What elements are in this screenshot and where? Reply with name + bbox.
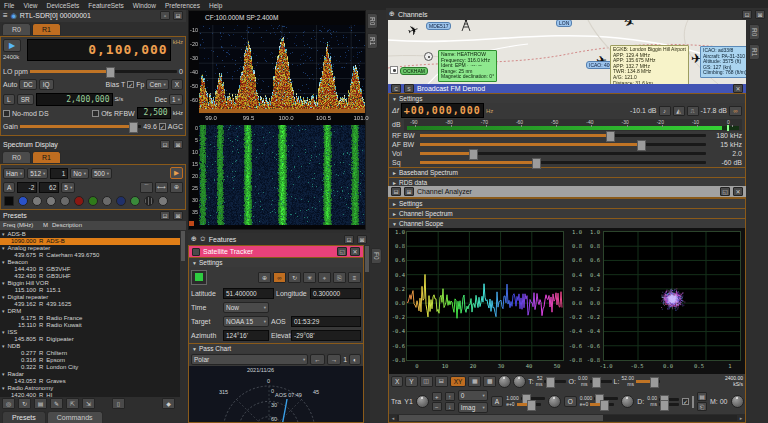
ca-settings-section[interactable]: ►Settings (389, 198, 745, 208)
start-tracker-button[interactable] (191, 270, 207, 285)
nomod-checkbox[interactable] (3, 110, 10, 117)
lo-ppm-slider[interactable] (30, 70, 177, 73)
presets-list[interactable]: ▾ADS-B1090.000RADS-B▾Analog repeater439.… (0, 230, 180, 397)
offset-button[interactable]: O (564, 396, 577, 407)
ofs-checkbox[interactable] (92, 110, 99, 117)
offset-slider[interactable] (590, 380, 612, 383)
preset-group[interactable]: ▾Digital repeater (0, 294, 180, 301)
slider-handle[interactable] (637, 140, 646, 151)
vol-slider[interactable] (420, 152, 706, 155)
averaging-stepper[interactable]: 1 (50, 168, 68, 179)
grid-button[interactable] (144, 196, 154, 206)
menu-item-window[interactable]: Window (133, 2, 156, 9)
audio-speaker-icon[interactable]: ♪ (659, 106, 671, 116)
file-icon[interactable]: ⎘ (333, 272, 346, 283)
menu-item-view[interactable]: View (23, 2, 37, 9)
preset-group[interactable]: ▾Radio Astronomy (0, 385, 180, 392)
trace-intensity-button[interactable] (46, 196, 56, 206)
channel-c-icon[interactable]: C (391, 84, 401, 93)
scope-xy-button[interactable]: XY (450, 376, 467, 387)
fm-demod-titlebar[interactable]: C S Broadcast FM Demod ✕ (388, 84, 746, 93)
features-scrollbar[interactable] (364, 245, 370, 423)
preset-group[interactable]: ▾Analog repeater (0, 245, 180, 252)
tab-r0[interactable]: R0 (2, 23, 31, 35)
preset-group[interactable]: ▾ADS-B (0, 231, 180, 238)
callsign-label[interactable]: MDE517 (426, 22, 451, 30)
split-v-icon[interactable]: ⊟ (435, 376, 448, 387)
decay-select[interactable]: 5▾ (61, 182, 75, 193)
add-feature-icon[interactable]: ⊕ (191, 235, 197, 243)
channel-s-icon[interactable]: ⊞ (404, 187, 414, 196)
rotator-icon[interactable]: ⌖ (318, 272, 331, 283)
ref-level-stepper[interactable]: -2 (17, 182, 37, 193)
target-icon[interactable]: ◎ (2, 398, 15, 409)
horizontal-scrollbar[interactable]: ◂ ▸ (389, 414, 745, 422)
trace-add-icon[interactable]: + (432, 392, 442, 401)
vor-label[interactable]: OCKHAM (400, 67, 428, 75)
channels-side-tab-r0[interactable]: R0 (749, 24, 760, 40)
menu-item-featuresets[interactable]: FeatureSets (88, 2, 123, 9)
delay-fine-slider[interactable] (659, 403, 679, 406)
load-trace-icon[interactable]: ⎗ (697, 402, 707, 411)
find-target-icon[interactable]: ⊕ (258, 272, 271, 283)
sr-button[interactable]: SR (17, 94, 34, 105)
menu-item-preferences[interactable]: Preferences (165, 2, 200, 9)
split-h-icon[interactable]: ◫ (420, 376, 433, 387)
ofs-exp-slider[interactable] (590, 403, 614, 406)
preset-group[interactable]: ▾Beacon (0, 259, 180, 266)
ofs-knob[interactable] (621, 395, 634, 408)
waterfall-plot[interactable] (199, 125, 365, 225)
dark-theme-button[interactable]: ◐ (349, 354, 361, 365)
target-select[interactable]: NOAA 15▾ (223, 316, 269, 327)
preset-item[interactable]: 145.805RDigipeater (0, 336, 180, 343)
time-select[interactable]: Now▾ (223, 302, 269, 313)
link-icon[interactable]: ∞ (273, 272, 286, 283)
corner-label[interactable]: LON (556, 20, 572, 27)
col-freq[interactable]: Freq (MHz) (3, 222, 39, 228)
preset-item[interactable]: 0.277RChiltern (0, 350, 180, 357)
tab-r0[interactable]: R0 (2, 151, 31, 163)
decimation-select[interactable]: 1▾ (169, 94, 183, 105)
style-black-button[interactable] (4, 196, 14, 206)
rfbw-display[interactable]: 2,500 (137, 107, 171, 119)
menu-item-file[interactable]: File (4, 2, 14, 9)
trace-knob[interactable] (498, 375, 511, 388)
undock-icon[interactable]: ⊡ (344, 235, 354, 244)
polar-grid-icon[interactable]: ▩ (483, 376, 496, 387)
chart-type-select[interactable]: Polar▾ (191, 354, 308, 365)
trace-color-swatch[interactable] (692, 396, 694, 408)
trace-view-checkbox[interactable]: ✓ (682, 398, 689, 405)
preset-group[interactable]: ▾Biggin Hill VOR (0, 280, 180, 287)
preset-item[interactable]: 432.430RGB3UHF (0, 273, 180, 280)
preset-item[interactable]: 0.322RLondon City (0, 364, 180, 371)
sample-rate-display[interactable]: 2,400,000 (36, 93, 113, 106)
tab-commands[interactable]: Commands (47, 411, 103, 423)
add-channel-icon[interactable]: ⊕ (389, 10, 395, 18)
undock-icon[interactable]: ◱ (337, 247, 347, 256)
agc-checkbox[interactable]: ✓ (159, 123, 166, 130)
audio-select-icon[interactable]: ⎍ (687, 106, 699, 116)
preset-item[interactable]: 115.100R115.1 (0, 287, 180, 294)
freeze-button[interactable] (158, 196, 168, 206)
spectrum-side-tab-r0[interactable]: R0 (367, 13, 378, 29)
lock-icon[interactable]: ◆ (162, 398, 175, 409)
span-icon[interactable]: ⟷ (155, 182, 168, 193)
col-description[interactable]: Description (52, 222, 82, 228)
preset-item[interactable]: 0.316REpsom (0, 357, 180, 364)
max-hold-button[interactable] (60, 196, 70, 206)
refresh-icon[interactable]: ↻ (18, 398, 31, 409)
slider-handle[interactable] (469, 149, 478, 160)
slider-handle[interactable] (532, 158, 541, 169)
satellite-tracker-titlebar[interactable]: Satellite Tracker ◱ ✕ (189, 246, 363, 257)
slider-handle[interactable] (606, 131, 615, 142)
waterfall-button[interactable] (88, 196, 98, 206)
undock-icon[interactable]: ⊡ (742, 10, 752, 19)
refresh-rate-select[interactable]: 500▾ (91, 168, 112, 179)
trace-up-icon[interactable]: ↑ (445, 392, 455, 401)
channel-c-icon[interactable]: ⊟ (391, 187, 401, 196)
undock-icon[interactable]: ▫ (160, 11, 170, 20)
undock-icon[interactable]: ⊡ (160, 211, 170, 220)
close-icon[interactable]: ✕ (733, 84, 743, 93)
preset-item[interactable]: 15.110RRadio Kuwait (0, 322, 180, 329)
menu-item-help[interactable]: Help (209, 2, 222, 9)
